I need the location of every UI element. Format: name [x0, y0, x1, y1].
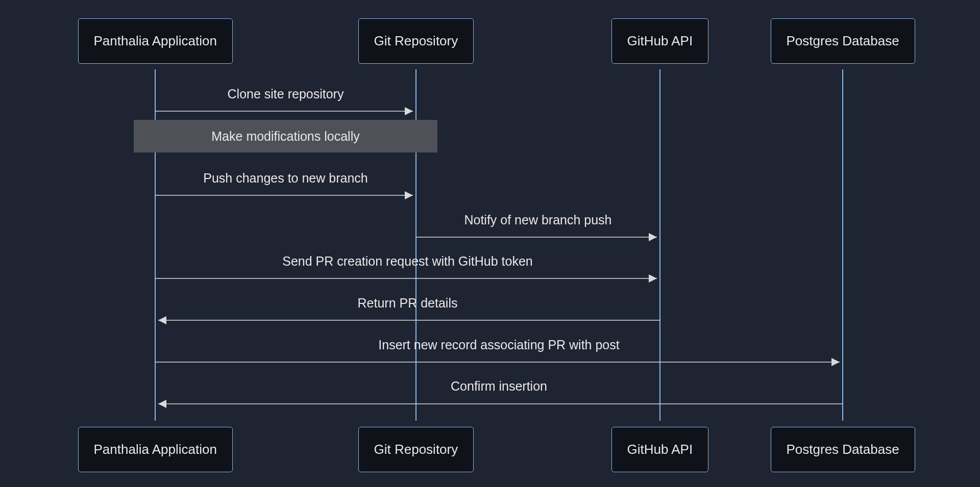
actor-label: Postgres Database: [787, 33, 899, 49]
arrows-layer: [0, 0, 980, 487]
message-label: Clone site repository: [228, 87, 344, 101]
actor-label: GitHub API: [627, 442, 693, 457]
note-label: Make modifications locally: [211, 129, 359, 144]
message-label: Notify of new branch push: [464, 213, 611, 227]
actor-label: Git Repository: [374, 442, 458, 457]
actor-box-pg-bottom: Postgres Database: [771, 427, 915, 472]
lifeline-ghapi: [659, 69, 660, 421]
actor-box-ghapi-bottom: GitHub API: [611, 427, 709, 472]
actor-label: Git Repository: [374, 33, 458, 49]
message-label: Confirm insertion: [451, 379, 547, 394]
note-box: Make modifications locally: [134, 120, 437, 152]
actor-box-gitrepo-top: Git Repository: [358, 18, 474, 64]
actor-label: Postgres Database: [787, 442, 899, 457]
actor-box-panthalia-bottom: Panthalia Application: [78, 427, 233, 472]
actor-label: Panthalia Application: [94, 33, 217, 49]
actor-box-gitrepo-bottom: Git Repository: [358, 427, 474, 472]
message-label: Insert new record associating PR with po…: [378, 338, 619, 352]
message-label: Send PR creation request with GitHub tok…: [282, 254, 533, 269]
actor-box-panthalia-top: Panthalia Application: [78, 18, 233, 64]
actor-label: GitHub API: [627, 33, 693, 49]
actor-label: Panthalia Application: [94, 442, 217, 457]
lifeline-pg: [842, 69, 843, 421]
actor-box-pg-top: Postgres Database: [771, 18, 915, 64]
actor-box-ghapi-top: GitHub API: [611, 18, 709, 64]
message-label: Return PR details: [358, 296, 458, 311]
message-label: Push changes to new branch: [203, 171, 368, 186]
sequence-diagram: Panthalia Application Git Repository Git…: [0, 0, 980, 487]
